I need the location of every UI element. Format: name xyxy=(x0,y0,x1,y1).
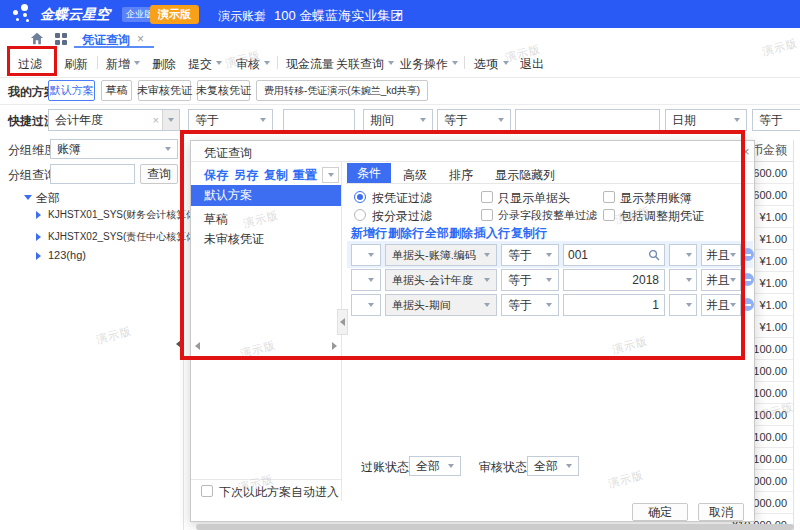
save-as-button[interactable]: 另存 xyxy=(234,167,258,184)
dialog-scheme-item-unaudited[interactable]: 未审核凭证 xyxy=(204,231,264,248)
delete-row-link[interactable]: 删除行 xyxy=(388,225,424,242)
entry-field-whole-doc-checkbox[interactable] xyxy=(481,209,493,221)
related-query-button[interactable]: 关联查询 xyxy=(336,56,384,73)
delete-all-link[interactable]: 全部删除 xyxy=(425,225,473,242)
splitter-collapse-icon[interactable] xyxy=(176,340,181,348)
filter-button[interactable]: 过滤 xyxy=(18,56,42,73)
options-button[interactable]: 选项 xyxy=(474,56,498,73)
tree-expand-right-icon[interactable] xyxy=(36,233,41,241)
cond1-op-select[interactable]: 等于 xyxy=(501,244,559,266)
exit-button[interactable]: 退出 xyxy=(520,56,544,73)
save-button[interactable]: 保存 xyxy=(204,167,228,184)
dialog-scheme-item-default[interactable]: 默认方案 xyxy=(191,185,341,206)
cond1-logic-select[interactable]: 并且 xyxy=(701,244,741,266)
cond2-logic-select[interactable]: 并且 xyxy=(701,269,741,291)
options-chevron-down-icon[interactable] xyxy=(503,61,509,65)
cond3-op-select[interactable]: 等于 xyxy=(501,294,559,316)
app-grid-icon[interactable] xyxy=(55,33,67,45)
quick-filter-field-select-1[interactable]: 会计年度 × xyxy=(48,109,180,131)
clear-icon[interactable]: × xyxy=(153,114,159,126)
dialog-scheme-item-draft[interactable]: 草稿 xyxy=(204,211,228,228)
ok-button[interactable]: 确定 xyxy=(632,503,688,521)
cond1-mid-select[interactable] xyxy=(669,244,697,266)
scheme-button-unaudited[interactable]: 未审核凭证 xyxy=(138,80,191,101)
tab-close-icon[interactable]: × xyxy=(137,32,144,46)
group-query-button[interactable]: 查询 xyxy=(140,164,178,184)
dialog-tab-show-hide-columns[interactable]: 显示隐藏列 xyxy=(495,167,555,184)
more-actions-dropdown[interactable] xyxy=(322,167,339,183)
quick-filter-op-select-2[interactable]: 等于 xyxy=(437,109,511,131)
related-query-chevron-down-icon[interactable] xyxy=(388,61,394,65)
business-ops-chevron-down-icon[interactable] xyxy=(452,61,458,65)
filter-by-voucher-radio[interactable] xyxy=(354,191,366,203)
dialog-splitter-collapse[interactable] xyxy=(337,309,348,335)
cashflow-button[interactable]: 现金流量 xyxy=(286,56,334,73)
home-icon[interactable] xyxy=(30,32,44,45)
dialog-close-icon[interactable]: × xyxy=(742,144,750,159)
business-ops-button[interactable]: 业务操作 xyxy=(400,56,448,73)
scheme-button-expense-transfer[interactable]: 费用转移-凭证演示(朱婉兰_kd共享) xyxy=(256,80,428,101)
include-adjust-period-checkbox[interactable] xyxy=(603,209,615,221)
show-disabled-books-checkbox[interactable] xyxy=(603,191,615,203)
copy-row-link[interactable]: 复制行 xyxy=(511,225,547,242)
cond2-value-input[interactable] xyxy=(563,269,665,291)
refresh-button[interactable]: 刷新 xyxy=(64,56,88,73)
auto-enter-checkbox[interactable] xyxy=(201,485,213,497)
tree-expand-right-icon[interactable] xyxy=(36,252,41,260)
cond1-left-select[interactable] xyxy=(351,244,381,266)
quick-filter-op-select-1[interactable]: 等于 xyxy=(188,109,273,131)
company-chevron-down-icon[interactable] xyxy=(396,13,402,17)
cond2-op-select[interactable]: 等于 xyxy=(501,269,559,291)
main-splitter[interactable] xyxy=(183,135,184,530)
cond1-value-input[interactable]: 001 xyxy=(563,244,665,266)
scheme-button-draft[interactable]: 草稿 xyxy=(101,80,132,101)
tree-item-all[interactable]: 全部 xyxy=(36,190,60,207)
delete-button[interactable]: 删除 xyxy=(152,56,176,73)
group-dimension-select[interactable]: 账簿 xyxy=(50,139,178,159)
company-name[interactable]: 100 金蝶蓝海实业集团 xyxy=(274,7,403,25)
dialog-tab-sort[interactable]: 排序 xyxy=(449,167,473,184)
quick-filter-value-input-2[interactable] xyxy=(515,109,660,131)
tree-expand-right-icon[interactable] xyxy=(36,211,41,219)
quick-filter-field-select-2[interactable]: 期间 xyxy=(363,109,433,131)
tree-item-123hg[interactable]: 123(hg) xyxy=(48,249,86,261)
add-chevron-down-icon[interactable] xyxy=(134,61,140,65)
add-button[interactable]: 新增 xyxy=(106,56,130,73)
quick-filter-field-select-3[interactable]: 日期 xyxy=(665,109,747,131)
cond2-left-select[interactable] xyxy=(351,269,381,291)
audit-status-select[interactable]: 全部 xyxy=(527,456,579,476)
cond3-left-select[interactable] xyxy=(351,294,381,316)
cond3-mid-select[interactable] xyxy=(669,294,697,316)
quick-filter-value-input-1[interactable] xyxy=(283,109,355,131)
select-chevron-zone[interactable] xyxy=(162,110,179,130)
hscroll-left-icon[interactable] xyxy=(195,342,200,350)
dialog-tab-condition[interactable]: 条件 xyxy=(347,163,391,183)
remove-row-icon[interactable] xyxy=(741,248,754,261)
hscroll-right-icon[interactable] xyxy=(332,342,337,350)
scheme-button-unreviewed[interactable]: 未复核凭证 xyxy=(197,80,250,101)
cond3-field-select[interactable]: 单据头-期间 xyxy=(385,294,497,316)
lookup-search-icon[interactable] xyxy=(648,249,660,261)
add-row-link[interactable]: 新增行 xyxy=(351,225,387,242)
remove-row-icon[interactable] xyxy=(741,273,754,286)
audit-button[interactable]: 审核 xyxy=(236,56,260,73)
post-status-select[interactable]: 全部 xyxy=(409,456,461,476)
cancel-button[interactable]: 取消 xyxy=(698,503,744,521)
submit-chevron-down-icon[interactable] xyxy=(216,61,222,65)
tree-expand-down-icon[interactable] xyxy=(24,195,32,200)
horizontal-scrollbar[interactable] xyxy=(196,524,794,530)
group-query-input[interactable] xyxy=(50,164,135,184)
remove-row-icon[interactable] xyxy=(741,298,754,311)
insert-row-link[interactable]: 插入行 xyxy=(474,225,510,242)
audit-chevron-down-icon[interactable] xyxy=(264,61,270,65)
scheme-button-default[interactable]: 默认方案 xyxy=(48,80,95,101)
dialog-tab-advanced[interactable]: 高级 xyxy=(403,167,427,184)
submit-button[interactable]: 提交 xyxy=(188,56,212,73)
reset-button[interactable]: 重置 xyxy=(293,167,317,184)
copy-button[interactable]: 复制 xyxy=(264,167,288,184)
quick-filter-op-select-3[interactable]: 等于 xyxy=(752,109,800,131)
filter-by-entry-radio[interactable] xyxy=(354,209,366,221)
cond1-field-select[interactable]: 单据头-账簿.编码 xyxy=(385,244,497,266)
cond2-mid-select[interactable] xyxy=(669,269,697,291)
tree-item-kjhstx02[interactable]: KJHSTX02_SYS(责任中心核算体系) xyxy=(48,230,210,244)
